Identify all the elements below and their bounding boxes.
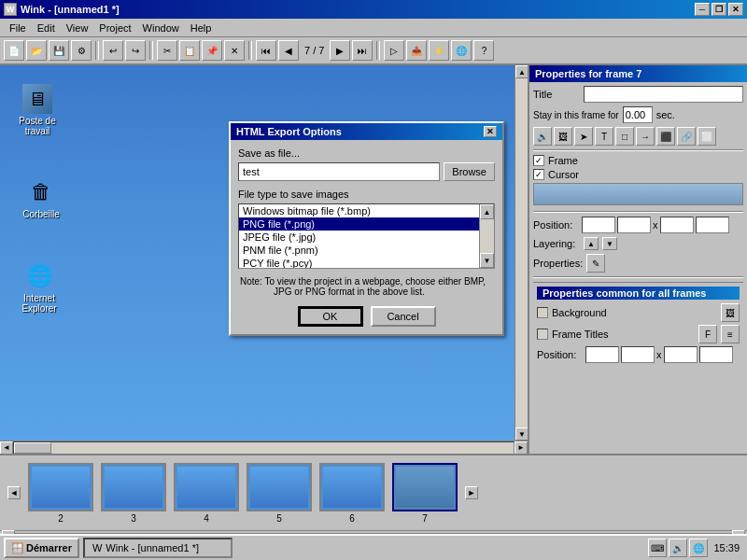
redo-button[interactable]: ↪ <box>125 40 146 61</box>
next-frame-button[interactable]: ▶ <box>330 40 350 61</box>
film-num-5: 5 <box>276 513 282 524</box>
shape-icon[interactable]: □ <box>615 127 634 146</box>
filename-input[interactable] <box>238 162 440 181</box>
select-item-pnm[interactable]: PNM file (*.pnm) <box>239 244 494 257</box>
pos-x-input[interactable]: 34 <box>582 217 615 233</box>
web-button[interactable]: 🌐 <box>451 40 472 61</box>
menu-project[interactable]: Project <box>93 21 136 35</box>
tray-icon-1[interactable]: ⌨ <box>648 539 667 557</box>
btn-icon[interactable]: ⬜ <box>698 127 716 146</box>
copy-button[interactable]: 📋 <box>179 40 200 61</box>
cursor-icon[interactable]: ➤ <box>574 127 593 146</box>
select-item-jpg[interactable]: JPEG file (*.jpg) <box>239 231 494 244</box>
browse-button[interactable]: Browse <box>444 162 495 181</box>
film-frame-6[interactable]: 6 <box>319 463 385 524</box>
cursor-checkbox-row: ✓ Cursor <box>533 169 743 180</box>
minimize-button[interactable]: ─ <box>695 3 710 16</box>
filmstrip-right-btn[interactable]: ► <box>465 486 478 499</box>
film-thumb-5 <box>247 463 312 511</box>
play-button[interactable]: ▷ <box>384 40 404 61</box>
last-frame-button[interactable]: ⏭ <box>352 40 373 61</box>
common-pos-w[interactable]: 249 <box>664 346 698 363</box>
restore-button[interactable]: ❐ <box>712 3 726 16</box>
hl-icon[interactable]: ⬛ <box>656 127 675 146</box>
scroll-left-icon[interactable]: ◄ <box>0 441 13 455</box>
paste-button[interactable]: 📌 <box>202 40 222 61</box>
select-item-bmp[interactable]: Windows bitmap file (*.bmp) <box>239 204 494 217</box>
image-icon[interactable]: 🖼 <box>554 127 572 146</box>
menu-window[interactable]: Window <box>137 21 185 35</box>
properties-edit-icon[interactable]: ✎ <box>586 254 605 273</box>
common-pos-h[interactable]: 89 <box>699 346 733 363</box>
scroll-down-icon[interactable]: ▼ <box>515 427 528 441</box>
pos-w-input[interactable] <box>660 217 694 233</box>
frame-titles-align-icon[interactable]: ≡ <box>721 325 740 343</box>
tray-icon-3[interactable]: 🌐 <box>689 539 708 557</box>
dialog-close-button[interactable]: ✕ <box>484 126 497 137</box>
pos-y-input[interactable]: 168 <box>617 217 651 233</box>
open-button[interactable]: 📂 <box>26 40 47 61</box>
ok-button[interactable]: OK <box>298 306 363 327</box>
film-frame-5[interactable]: 5 <box>247 463 312 524</box>
pos-h-input[interactable] <box>696 217 729 233</box>
film-frame-7[interactable]: 7 <box>392 463 458 524</box>
filmstrip-left-btn[interactable]: ◄ <box>7 486 21 499</box>
scroll-up-icon[interactable]: ▲ <box>515 65 528 78</box>
layer-down-button[interactable]: ▼ <box>602 237 617 250</box>
sound-icon[interactable]: 🔊 <box>533 127 552 146</box>
stay-input[interactable] <box>623 106 653 123</box>
common-pos-y[interactable]: 50 <box>621 346 655 363</box>
start-button[interactable]: 🪟 Démarrer <box>4 538 79 558</box>
frame-titles-font-icon[interactable]: F <box>698 325 717 343</box>
arrow-icon[interactable]: → <box>636 127 655 146</box>
help-button[interactable]: ? <box>473 40 494 61</box>
film-frame-4[interactable]: 4 <box>174 463 239 524</box>
prev-frame-button[interactable]: ◀ <box>278 40 299 61</box>
common-pos-sep: x <box>656 349 662 360</box>
text-icon[interactable]: T <box>595 127 613 146</box>
window-title: Wink - [unnamed1 *] <box>21 4 120 15</box>
scroll-right-icon[interactable]: ► <box>514 441 528 455</box>
frame-titles-checkbox[interactable] <box>537 329 548 340</box>
cut-button[interactable]: ✂ <box>157 40 177 61</box>
menu-bar: File Edit View Project Window Help <box>0 19 747 37</box>
cancel-button[interactable]: Cancel <box>371 306 436 327</box>
file-type-select[interactable]: Windows bitmap file (*.bmp) PNG file (*.… <box>238 203 495 269</box>
background-image-icon[interactable]: 🖼 <box>721 303 740 322</box>
h-scroll-thumb[interactable] <box>14 442 51 454</box>
select-item-png[interactable]: PNG file (*.png) <box>239 217 494 231</box>
scroll-down-btn[interactable]: ▼ <box>480 253 494 268</box>
cursor-checkbox[interactable]: ✓ <box>533 169 544 180</box>
background-checkbox[interactable] <box>537 307 548 318</box>
undo-button[interactable]: ↩ <box>103 40 123 61</box>
first-frame-button[interactable]: ⏮ <box>256 40 276 61</box>
film-thumb-inner-2 <box>32 467 90 508</box>
film-frame-3[interactable]: 3 <box>101 463 166 524</box>
scroll-up-btn[interactable]: ▲ <box>480 204 494 219</box>
tray-icon-2[interactable]: 🔊 <box>669 539 687 557</box>
menu-file[interactable]: File <box>4 21 32 35</box>
save-button[interactable]: 💾 <box>49 40 69 61</box>
delete-button[interactable]: ✕ <box>224 40 245 61</box>
settings-button[interactable]: ⚙ <box>71 40 92 61</box>
link-icon[interactable]: 🔗 <box>677 127 696 146</box>
flash-button[interactable]: ⚡ <box>429 40 449 61</box>
common-pos-x[interactable]: 50 <box>585 346 619 363</box>
export-button[interactable]: 📤 <box>406 40 427 61</box>
film-frame-2[interactable]: 2 <box>28 463 93 524</box>
right-panel: Properties for frame 7 Title Stay in thi… <box>528 65 747 454</box>
menu-help[interactable]: Help <box>185 21 218 35</box>
taskbar-app-item[interactable]: W Wink - [unnamed1 *] <box>83 538 233 558</box>
properties-content: Title Stay in this frame for sec. 🔊 🖼 ➤ … <box>529 82 747 454</box>
select-item-pcy[interactable]: PCY file (*.pcy) <box>239 257 494 269</box>
menu-view[interactable]: View <box>61 21 94 35</box>
title-input[interactable] <box>584 86 743 103</box>
new-button[interactable]: 📄 <box>4 40 24 61</box>
dialog-title-bar: HTML Export Options ✕ <box>231 123 502 140</box>
frame-titles-label: Frame Titles <box>552 329 609 340</box>
close-button[interactable]: ✕ <box>728 3 743 16</box>
layer-up-button[interactable]: ▲ <box>584 237 599 250</box>
frame-checkbox[interactable]: ✓ <box>533 155 544 166</box>
menu-edit[interactable]: Edit <box>32 21 61 35</box>
film-thumb-inner-6 <box>323 467 381 508</box>
